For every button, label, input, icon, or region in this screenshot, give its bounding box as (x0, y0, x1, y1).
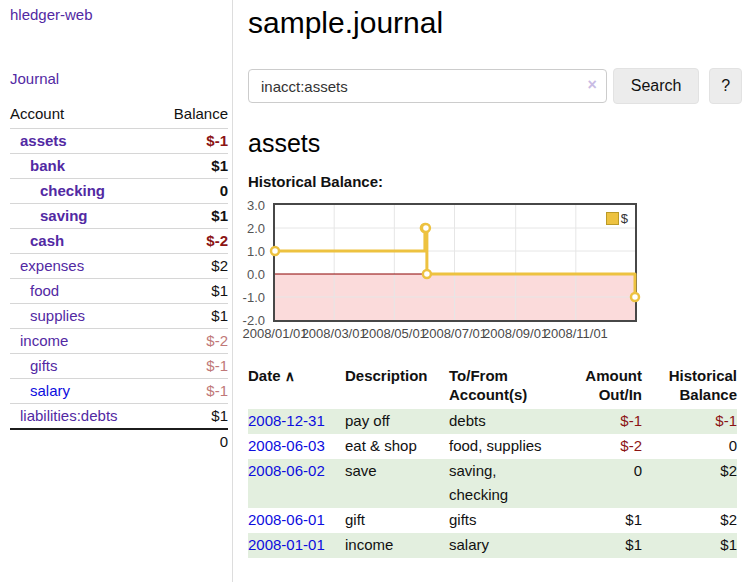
chart-x-axis: 2008/01/012008/03/012008/05/012008/07/01… (248, 326, 742, 342)
account-row: expenses$2 (10, 254, 228, 279)
register-header-row: Date ∧ Description To/FromAccount(s) Amo… (248, 366, 737, 409)
account-link[interactable]: liabilities:debts (20, 407, 118, 424)
account-balance: $-1 (155, 129, 228, 154)
x-axis-tick-label: 2008/11/01 (541, 326, 611, 341)
transaction-row: 2008-06-01giftgifts$1$2 (248, 508, 737, 533)
account-link[interactable]: expenses (20, 257, 84, 274)
account-balance: $-1 (155, 379, 228, 404)
transaction-date-cell: 2008-12-31 (248, 409, 345, 434)
search-form: × Search ? (248, 68, 742, 104)
transaction-accounts: debts (449, 409, 562, 434)
account-title: assets (248, 129, 742, 158)
account-name-cell: expenses (10, 254, 155, 279)
account-row: supplies$1 (10, 304, 228, 329)
brand-link[interactable]: hledger-web (10, 6, 93, 23)
transaction-accounts: saving, checking (449, 459, 562, 508)
transaction-date-link[interactable]: 2008-01-01 (248, 536, 325, 553)
transaction-date-cell: 2008-01-01 (248, 533, 345, 558)
account-name-cell: income (10, 329, 155, 354)
account-link[interactable]: saving (40, 207, 88, 224)
transaction-row: 2008-06-02savesaving, checking0$2 (248, 459, 737, 508)
transaction-date-cell: 2008-06-01 (248, 508, 345, 533)
y-axis-tick-label: 0.0 (247, 267, 265, 282)
transaction-row: 2008-06-03eat & shopfood, supplies$-20 (248, 434, 737, 459)
account-link[interactable]: bank (30, 157, 65, 174)
transaction-description: gift (345, 508, 449, 533)
account-name-cell: cash (10, 229, 155, 254)
transaction-amount: $-2 (562, 434, 642, 459)
sidebar-item-journal[interactable]: Journal (10, 70, 59, 87)
account-link[interactable]: checking (40, 182, 105, 199)
transaction-amount: $-1 (562, 409, 642, 434)
search-button[interactable]: Search (613, 68, 700, 104)
account-row: food$1 (10, 279, 228, 304)
account-balance: $-2 (155, 229, 228, 254)
search-input[interactable] (248, 69, 607, 103)
account-name-cell: food (10, 279, 155, 304)
transaction-balance: $1 (642, 533, 737, 558)
chart-y-axis: 3.02.01.00.0-1.0-2.0 (235, 205, 269, 320)
accounts-header-row: Account Balance (10, 102, 228, 129)
search-input-wrap: × (248, 69, 607, 103)
account-link[interactable]: gifts (30, 357, 58, 374)
page-title: sample.journal (248, 6, 742, 40)
y-axis-tick-label: -1.0 (243, 290, 265, 305)
y-axis-tick-label: 3.0 (247, 198, 265, 213)
account-name-cell: checking (10, 179, 155, 204)
y-axis-tick-label: 2.0 (247, 221, 265, 236)
transaction-date-link[interactable]: 2008-06-01 (248, 511, 325, 528)
chart-canvas (275, 205, 635, 320)
account-name-cell: liabilities:debts (10, 404, 155, 430)
transaction-description: eat & shop (345, 434, 449, 459)
account-balance: $1 (155, 404, 228, 430)
account-row: gifts$-1 (10, 354, 228, 379)
register-header-date[interactable]: Date ∧ (248, 366, 345, 409)
account-balance: $-2 (155, 329, 228, 354)
transaction-description: save (345, 459, 449, 508)
account-link[interactable]: cash (30, 232, 64, 249)
account-row: assets$-1 (10, 129, 228, 154)
account-balance: 0 (155, 179, 228, 204)
transaction-date-link[interactable]: 2008-12-31 (248, 412, 325, 429)
account-row: checking0 (10, 179, 228, 204)
account-link[interactable]: salary (30, 382, 70, 399)
account-balance: $2 (155, 254, 228, 279)
sidebar: hledger-web Journal Account Balance asse… (0, 0, 233, 582)
clear-search-icon[interactable]: × (587, 77, 596, 93)
balance-chart: 3.02.01.00.0-1.0-2.0 $ 2008/01/012008/03… (248, 203, 742, 353)
account-row: bank$1 (10, 154, 228, 179)
transaction-accounts: gifts (449, 508, 562, 533)
transaction-accounts: food, supplies (449, 434, 562, 459)
chart-title: Historical Balance: (248, 173, 742, 190)
transaction-date-link[interactable]: 2008-06-03 (248, 437, 325, 454)
accounts-total-row: 0 (10, 429, 228, 454)
transaction-date-link[interactable]: 2008-06-02 (248, 462, 325, 479)
account-balance: $1 (155, 204, 228, 229)
register-header-description: Description (345, 366, 449, 409)
account-name-cell: saving (10, 204, 155, 229)
transaction-row: 2008-01-01incomesalary$1$1 (248, 533, 737, 558)
account-link[interactable]: supplies (30, 307, 85, 324)
transaction-description: pay off (345, 409, 449, 434)
account-name-cell: supplies (10, 304, 155, 329)
account-name-cell: assets (10, 129, 155, 154)
account-link[interactable]: income (20, 332, 68, 349)
accounts-panel: Account Balance assets$-1bank$1checking0… (0, 102, 233, 454)
account-balance: $-1 (155, 354, 228, 379)
transaction-row: 2008-12-31pay offdebts$-1$-1 (248, 409, 737, 434)
main-content: sample.journal × Search ? assets Histori… (234, 0, 742, 582)
help-button[interactable]: ? (709, 68, 742, 104)
accounts-total-balance: 0 (155, 429, 228, 454)
account-link[interactable]: food (30, 282, 59, 299)
account-link[interactable]: assets (20, 132, 67, 149)
x-axis-tick-label: 2008/07/01 (420, 326, 490, 341)
register-header-balance: HistoricalBalance (642, 366, 737, 409)
register-table: Date ∧ Description To/FromAccount(s) Amo… (248, 366, 742, 558)
account-name-cell: salary (10, 379, 155, 404)
account-balance: $1 (155, 304, 228, 329)
accounts-header-account: Account (10, 102, 155, 129)
account-row: salary$-1 (10, 379, 228, 404)
sort-ascending-icon: ∧ (285, 368, 295, 384)
account-balance: $1 (155, 279, 228, 304)
transaction-balance: $2 (642, 508, 737, 533)
